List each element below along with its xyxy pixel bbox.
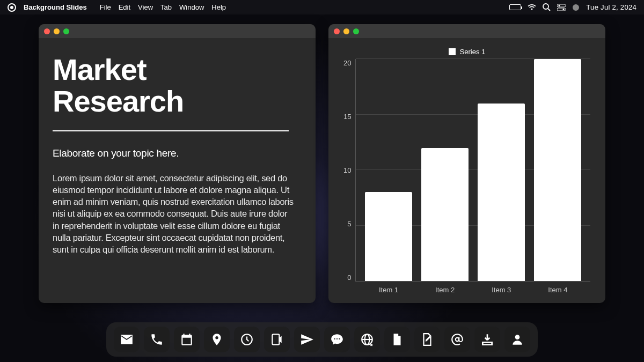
slide-subtitle: Elaborate on your topic here.	[53, 147, 302, 159]
svg-rect-5	[557, 8, 566, 11]
app-logo-icon	[8, 3, 16, 12]
dock-chat-icon[interactable]	[324, 327, 350, 352]
menubar: Background Slides File Edit View Tab Win…	[0, 0, 644, 14]
menu-file[interactable]: File	[100, 3, 111, 11]
svg-point-1	[10, 6, 13, 9]
bar-item-4	[534, 59, 581, 281]
dock-share-device-icon[interactable]	[264, 327, 290, 352]
bar-item-1	[365, 192, 412, 281]
plot-area: Item 1 Item 2 Item 3 Item 4	[355, 59, 590, 282]
dock-clock-icon[interactable]	[234, 327, 260, 352]
minimize-button[interactable]	[343, 28, 349, 34]
battery-icon	[509, 4, 521, 10]
dock-download-icon[interactable]	[474, 327, 500, 352]
dock-phone-icon[interactable]	[144, 327, 170, 352]
right-window: Series 1 20 15 10 5 0 Item 1	[328, 24, 605, 303]
close-button[interactable]	[44, 28, 50, 34]
y-axis: 20 15 10 5 0	[343, 59, 355, 298]
maximize-button[interactable]	[63, 28, 69, 34]
menu-edit[interactable]: Edit	[119, 3, 130, 11]
svg-point-14	[515, 335, 520, 339]
x-axis: Item 1 Item 2 Item 3 Item 4	[356, 286, 590, 294]
dock-user-icon[interactable]	[504, 327, 530, 352]
bar-item-2	[421, 148, 469, 281]
window-titlebar[interactable]	[328, 24, 605, 38]
menu-tab[interactable]: Tab	[160, 3, 172, 11]
control-center-icon[interactable]	[557, 4, 566, 11]
dock-document-icon[interactable]	[384, 327, 410, 352]
legend-swatch-icon	[449, 48, 456, 55]
slide-title: MarketResearch	[53, 54, 302, 117]
legend-label: Series 1	[460, 48, 486, 56]
dock	[106, 322, 538, 357]
bar-item-3	[478, 104, 525, 281]
svg-point-6	[559, 5, 560, 6]
svg-point-8	[573, 4, 579, 11]
svg-point-7	[563, 9, 565, 10]
svg-line-3	[548, 9, 550, 11]
search-icon[interactable]	[543, 3, 551, 11]
chart-legend: Series 1	[343, 48, 590, 56]
chart: Series 1 20 15 10 5 0 Item 1	[328, 38, 605, 303]
svg-rect-4	[557, 4, 566, 7]
left-window: MarketResearch Elaborate on your topic h…	[39, 24, 316, 303]
title-divider	[53, 130, 289, 131]
dock-globe-icon[interactable]	[354, 327, 380, 352]
dock-send-icon[interactable]	[294, 327, 320, 352]
app-name: Background Slides	[24, 3, 87, 11]
wifi-icon	[528, 4, 536, 11]
close-button[interactable]	[334, 28, 340, 34]
svg-point-2	[543, 4, 548, 9]
maximize-button[interactable]	[353, 28, 359, 34]
siri-icon[interactable]	[572, 4, 580, 11]
svg-rect-10	[272, 334, 279, 345]
menu-window[interactable]: Window	[179, 3, 204, 11]
menu-help[interactable]: Help	[211, 3, 226, 11]
slide-body-text: Lorem ipsum dolor sit amet, consectetur …	[53, 172, 294, 256]
dock-at-sign-icon[interactable]	[444, 327, 470, 352]
dock-calendar-icon[interactable]	[174, 327, 200, 352]
menubar-date[interactable]: Tue Jul 2, 2024	[586, 3, 636, 11]
window-titlebar[interactable]	[39, 24, 316, 38]
dock-edit-document-icon[interactable]	[414, 327, 440, 352]
dock-mail-icon[interactable]	[114, 327, 140, 352]
minimize-button[interactable]	[54, 28, 60, 34]
dock-location-icon[interactable]	[204, 327, 230, 352]
menu-view[interactable]: View	[138, 3, 153, 11]
